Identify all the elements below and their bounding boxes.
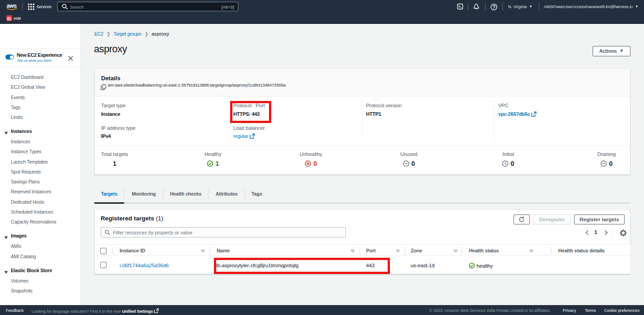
svg-text:aws: aws [7,3,17,9]
